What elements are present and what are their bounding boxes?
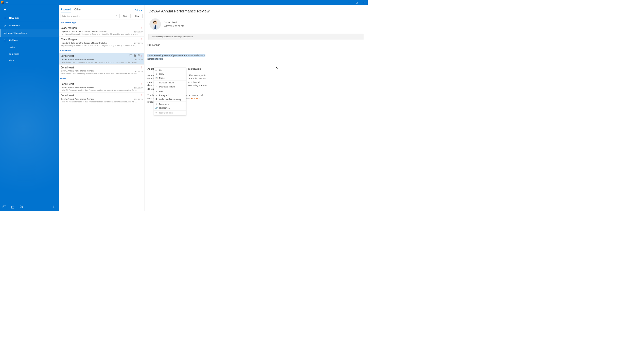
ctx-cut[interactable]: ✂Cut: [154, 68, 186, 72]
ctx-decrease-indent[interactable]: ≡Decrease Indent: [154, 85, 186, 89]
find-button[interactable]: Find: [120, 14, 131, 18]
ctx-font[interactable]: AFont...: [154, 89, 186, 94]
ctx-copy[interactable]: ⧉Copy: [154, 72, 186, 76]
message-item[interactable]: ! John Heart DevAV Annual Performance Re…: [59, 53, 144, 64]
ctx-increase-indent[interactable]: ≡Increase Indent: [154, 81, 186, 85]
hamburger-button[interactable]: ☰: [0, 5, 59, 14]
highlighted-text: I was reviewing some of your overdue tas…: [147, 54, 205, 60]
sidebar-bottom-bar: [0, 203, 59, 211]
hamburger-icon: ☰: [3, 8, 7, 11]
folder-drafts[interactable]: Drafts: [0, 44, 59, 51]
ctx-label: Bookmark...: [159, 103, 171, 105]
ctx-label: Hyperlink...: [159, 107, 170, 109]
message-preview: Hello All Please remember that I've resc…: [61, 89, 143, 91]
settings-gear-icon[interactable]: [52, 205, 55, 209]
mouse-cursor-icon: ↖: [276, 66, 278, 70]
ctx-label: New Comment: [159, 112, 173, 114]
comment-icon: ✎: [155, 112, 157, 114]
plus-icon: ＋: [3, 16, 7, 20]
importance-icon: !: [141, 54, 142, 58]
paragraph-icon: ¶: [155, 94, 157, 96]
bookmark-icon: ▯: [155, 103, 157, 105]
message-group-header: Last Month: [59, 48, 144, 53]
people-nav-icon[interactable]: [20, 205, 23, 209]
folder-icon: [3, 39, 7, 42]
account-item[interactable]: maildemo@dx-mail.com: [0, 29, 59, 37]
folder-sent[interactable]: Sent Items: [0, 51, 59, 57]
window-minimize-button[interactable]: —: [346, 0, 353, 5]
message-date: 3/31/2019: [134, 87, 143, 89]
message-item[interactable]: ! John Heart DevAV Annual Performance Re…: [59, 64, 144, 76]
reply-icon[interactable]: [130, 54, 132, 57]
importance-icon: !: [141, 66, 142, 69]
message-from: John Heart: [61, 94, 143, 97]
message-subject: DevAV Annual Performance Review: [61, 86, 143, 88]
accounts-header[interactable]: Accounts: [0, 22, 59, 29]
cut-icon: ✂: [155, 69, 157, 71]
ctx-label: Bullets and Numbering...: [159, 98, 183, 100]
ctx-label: Increase Indent: [159, 82, 174, 84]
message-preview: Hello All Please remember that I've resc…: [61, 101, 143, 103]
message-item[interactable]: ! John Heart DevAV Annual Performance Re…: [59, 81, 144, 93]
folder-label: More: [9, 59, 14, 62]
font-icon: A: [155, 90, 157, 93]
account-email: maildemo@dx-mail.com: [3, 32, 27, 34]
message-from: John Heart: [61, 83, 143, 86]
titlebar: Mail — ▢ ✕: [0, 0, 368, 5]
importance-icon: !: [141, 94, 142, 97]
message-date: 4/27/2019: [134, 31, 143, 33]
delete-icon[interactable]: [134, 54, 136, 57]
ctx-hyperlink[interactable]: 🔗Hyperlink...: [154, 106, 186, 110]
accounts-label: Accounts: [9, 24, 20, 27]
message-date: 3/31/2019: [134, 98, 143, 100]
app-logo-icon: [1, 1, 4, 4]
clear-button[interactable]: Clear: [132, 14, 143, 18]
message-date: 4/1/2019: [135, 59, 143, 61]
section-header-right: pecification: [188, 68, 201, 70]
flag-icon[interactable]: [137, 54, 140, 57]
ctx-label: Cut: [159, 69, 163, 71]
folders-header[interactable]: Folders: [0, 37, 59, 44]
ctx-label: Copy: [159, 73, 164, 75]
search-input[interactable]: [61, 14, 88, 18]
message-subject: DevAV Annual Performance Review: [61, 98, 143, 100]
mail-nav-icon[interactable]: [3, 205, 6, 209]
ctx-bookmark[interactable]: ▯Bookmark...: [154, 102, 186, 106]
ctx-label: Font...: [159, 90, 165, 93]
window-close-button[interactable]: ✕: [360, 0, 368, 5]
message-item[interactable]: ! Clark Morgan Important: Data from the …: [59, 36, 144, 48]
svg-point-0: [5, 25, 6, 26]
message-preview: Hey Hanna I just sent this report to Tod…: [61, 44, 143, 47]
sender-time: 4/1/2019 4:30:22 PM: [164, 25, 184, 27]
svg-rect-1: [3, 206, 6, 208]
folder-more[interactable]: More: [0, 57, 59, 64]
body-frag: and: [186, 97, 191, 100]
message-item[interactable]: ! Clark Morgan Important: Data from the …: [59, 25, 144, 36]
ctx-paste[interactable]: 📋Paste: [154, 76, 186, 80]
filter-dropdown[interactable]: Filter ▾: [135, 9, 142, 12]
ctx-label: Paragraph...: [159, 94, 171, 96]
tab-focused[interactable]: Focused: [61, 8, 71, 12]
new-mail-button[interactable]: ＋ New mail: [0, 14, 59, 22]
calendar-nav-icon[interactable]: [11, 205, 14, 209]
importance-banner: This message was sent with high importan…: [149, 34, 364, 40]
window-maximize-button[interactable]: ▢: [353, 0, 360, 5]
message-subject: DevAV Annual Performance Review: [61, 58, 143, 61]
body-greeting: Hello Arthur: [147, 43, 209, 46]
folders-label: Folders: [9, 39, 18, 42]
reading-title: DevAV Annual Performance Review: [145, 9, 364, 13]
sender-name: John Heart: [164, 21, 184, 24]
ctx-new-comment: ✎New Comment: [154, 111, 186, 115]
message-subject: Important: Data from the Bureau of Labor…: [61, 42, 143, 44]
body-keyword: HDCP 2.2: [191, 97, 201, 100]
message-from: Clark Morgan: [61, 26, 143, 29]
message-item[interactable]: ! John Heart DevAV Annual Performance Re…: [59, 93, 144, 104]
chevron-down-icon: ▾: [141, 9, 142, 12]
tab-other[interactable]: Other: [74, 8, 81, 12]
message-preview: Hello Arthur I was reviewing some of you…: [61, 72, 143, 75]
message-group-header: Older: [59, 76, 144, 81]
ctx-bullets[interactable]: ≣Bullets and Numbering...: [154, 97, 186, 101]
indent-left-icon: ≡: [155, 85, 157, 88]
message-date: 4/1/2019: [135, 70, 143, 72]
ctx-paragraph[interactable]: ¶Paragraph...: [154, 93, 186, 97]
